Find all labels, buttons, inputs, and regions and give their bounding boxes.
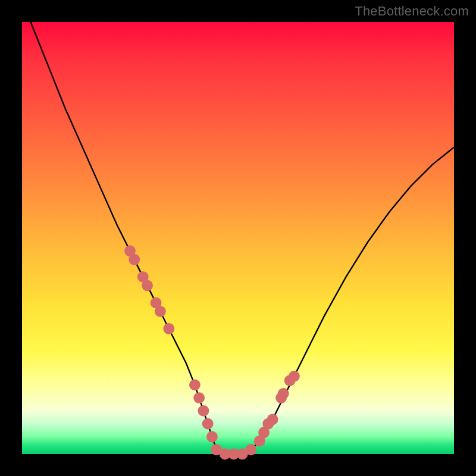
- bottleneck-curve: [31, 22, 454, 454]
- curve-marker: [267, 414, 278, 425]
- curve-markers: [124, 245, 300, 459]
- curve-marker: [129, 254, 140, 265]
- bottleneck-curve-svg: [22, 22, 454, 454]
- curve-marker: [202, 418, 214, 430]
- curve-marker: [198, 405, 209, 416]
- chart-frame: TheBottleneck.com: [0, 0, 476, 476]
- gradient-plot-area: [22, 22, 454, 454]
- curve-marker: [289, 371, 300, 382]
- curve-marker: [155, 306, 166, 317]
- curve-marker: [193, 392, 205, 403]
- curve-marker: [245, 444, 256, 455]
- curve-marker: [142, 280, 153, 291]
- curve-marker: [163, 323, 174, 334]
- watermark-text: TheBottleneck.com: [355, 4, 469, 19]
- curve-marker: [206, 431, 218, 443]
- curve-marker: [278, 388, 289, 399]
- curve-marker: [189, 379, 201, 390]
